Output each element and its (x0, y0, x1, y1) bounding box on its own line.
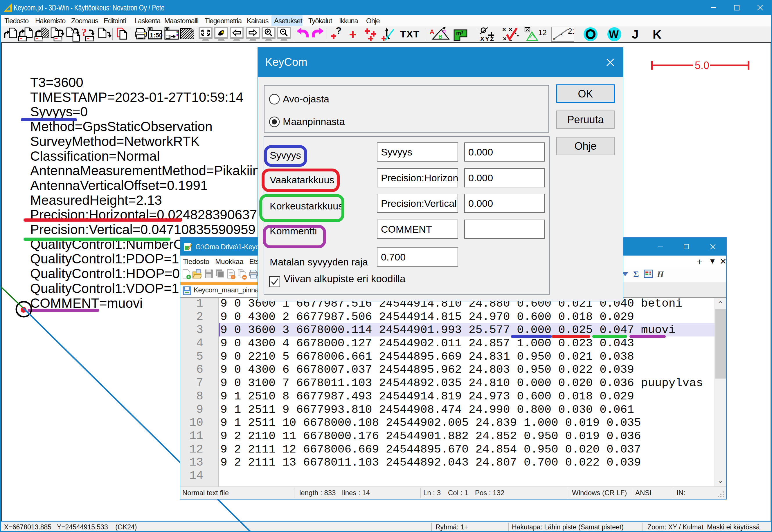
svg-text:Σ: Σ (633, 269, 639, 279)
svg-text:m²: m² (456, 30, 463, 37)
svg-text:XYZ: XYZ (480, 35, 495, 42)
svg-text:×: × (509, 27, 512, 33)
svg-text:×: × (553, 36, 556, 42)
svg-text:12: 12 (538, 28, 546, 37)
svg-text:×: × (560, 32, 563, 37)
svg-text:B: B (438, 34, 442, 40)
svg-text:21: 21 (568, 27, 574, 35)
svg-text:×: × (502, 27, 506, 33)
svg-text:A: A (430, 28, 434, 35)
svg-text:?: ? (336, 27, 342, 36)
svg-text:K: K (653, 28, 661, 41)
svg-text:H: H (657, 269, 664, 279)
svg-text:5.0: 5.0 (695, 59, 709, 71)
svg-text:TXT: TXT (400, 28, 420, 39)
svg-text:1:50: 1:50 (150, 32, 162, 39)
svg-text:×: × (503, 35, 507, 42)
svg-text:J: J (632, 28, 639, 41)
svg-text:W: W (609, 28, 619, 40)
